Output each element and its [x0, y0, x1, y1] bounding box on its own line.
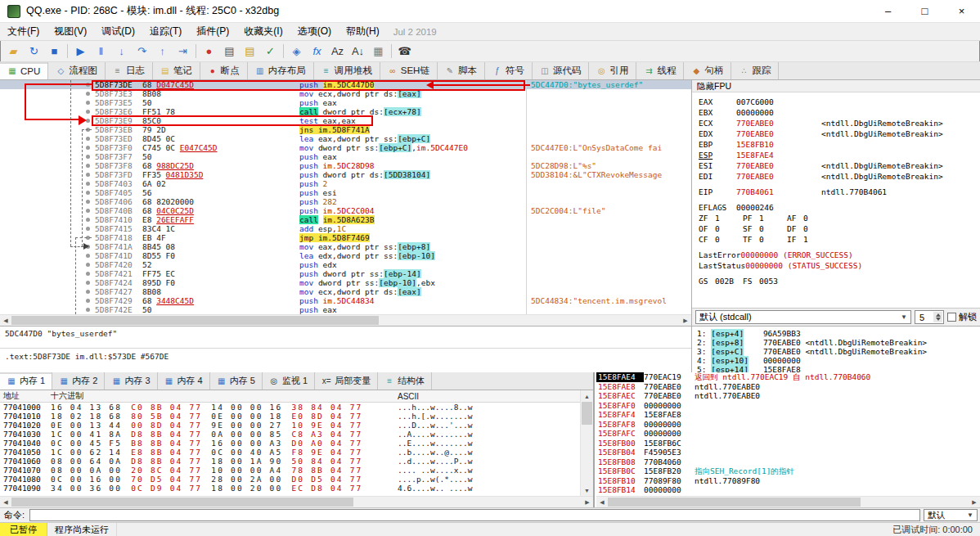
register-row[interactable]: EDI770EABE0<ntdll.DbgUiRemoteBreakin>: [699, 171, 980, 182]
breakpoint-gutter[interactable]: [0, 179, 95, 188]
stack-arg-row[interactable]: 4: [esp+10] 00000000: [697, 356, 980, 365]
tab-trace[interactable]: ∴跟踪: [731, 62, 779, 79]
stack-row[interactable]: 15E8FAEC770EABE0ntdll.770EABE0: [596, 391, 980, 401]
menu-item[interactable]: 追踪(T): [142, 23, 189, 40]
memory-map-button[interactable]: ▤: [219, 43, 240, 61]
stack-row[interactable]: 15E8FB0015E8FB6C: [596, 439, 980, 448]
stack-row[interactable]: 15E8FB1077089F80ntdll.77089F80: [596, 476, 980, 486]
stack-row[interactable]: 15E8FAE4770EAC19返回到 ntdll.770EAC19 自 ntd…: [596, 372, 980, 382]
notes-button[interactable]: ▤: [240, 43, 260, 61]
disassembly-pane[interactable]: 5D8F73DE68 D047C45Dpush im.5DC447D05DC44…: [0, 80, 691, 314]
stack-row[interactable]: 15E8FB1400000000: [596, 485, 980, 495]
step-out-button[interactable]: ↑: [152, 43, 173, 61]
scroll-thumb[interactable]: [11, 498, 353, 507]
stack-row[interactable]: 15E8FB08770B4060: [596, 457, 980, 467]
breakpoint-gutter[interactable]: [0, 80, 95, 89]
disasm-row[interactable]: 5D8F74278B08mov ecx,dword ptr ds:[eax]: [0, 287, 691, 296]
column-header-address[interactable]: 地址: [0, 390, 51, 402]
stack-args-pane[interactable]: 1: [esp+4] 96A59BB32: [esp+8] 770EABE0 <…: [691, 326, 980, 372]
tab-breakpoints[interactable]: ●断点: [200, 62, 248, 79]
menu-item[interactable]: 帮助(H): [339, 23, 387, 40]
spinner-arrows-icon[interactable]: [933, 312, 942, 322]
breakpoint-gutter[interactable]: [0, 143, 95, 152]
close-button[interactable]: ×: [943, 0, 980, 22]
stop-button[interactable]: ■: [44, 43, 65, 61]
column-header-hex[interactable]: 十六进制: [51, 390, 398, 402]
register-row[interactable]: EFLAGS00000246: [699, 202, 980, 213]
scroll-left-icon[interactable]: ◀: [0, 497, 11, 507]
menu-item[interactable]: 收藏夹(I): [236, 23, 290, 40]
menu-item[interactable]: 选项(O): [290, 23, 339, 40]
dump-vscrollbar[interactable]: ▲ ▼: [580, 390, 593, 496]
scroll-right-icon[interactable]: ▶: [969, 497, 980, 507]
dump-row[interactable]: 770410200E 00 13 4400 8D 04 779E 00 00 2…: [0, 421, 593, 430]
disasm-row[interactable]: 5D8F74036A 02push 2: [0, 179, 691, 188]
stack-row[interactable]: 15E8FAE8770EABE0ntdll.770EABE0: [596, 382, 980, 392]
breakpoint-gutter[interactable]: [0, 161, 95, 170]
dump-row[interactable]: 770410501C 00 62 14E8 8B 04 770C 00 40 A…: [0, 448, 593, 457]
stack-pane[interactable]: 15E8FAE4770EAC19返回到 ntdll.770EAC19 自 ntd…: [596, 372, 980, 507]
hide-fpu-button[interactable]: 隐藏FPU: [692, 80, 980, 92]
restart-button[interactable]: ↻: [24, 43, 44, 61]
scroll-right-icon[interactable]: ▶: [680, 315, 691, 326]
scroll-left-icon[interactable]: ◀: [0, 315, 11, 326]
dump-row[interactable]: 7704100016 04 13 68C0 8B 04 7714 00 00 1…: [0, 403, 593, 412]
patch-button[interactable]: ▦: [368, 43, 389, 61]
tab-threads[interactable]: ⇉线程: [636, 62, 684, 79]
breakpoint-gutter[interactable]: [0, 125, 95, 134]
tab-seh[interactable]: ∞SEH链: [380, 62, 438, 79]
menu-item[interactable]: 调试(D): [94, 23, 142, 40]
disasm-row[interactable]: 5D8F73E550push eax: [0, 98, 691, 107]
scroll-thumb[interactable]: [608, 498, 861, 507]
disasm-row[interactable]: 5D8F73E38B08mov ecx,dword ptr ds:[eax]: [0, 89, 691, 98]
tab-memory-2[interactable]: ▦内存 2: [52, 372, 105, 390]
tab-locals[interactable]: x=局部变量: [315, 372, 378, 390]
scroll-down-icon[interactable]: ▼: [581, 484, 593, 496]
strings-button[interactable]: Az: [327, 43, 348, 61]
breakpoint-gutter[interactable]: [0, 134, 95, 143]
register-row[interactable]: ECX770EABE0<ntdll.DbgUiRemoteBreakin>: [699, 118, 980, 128]
tab-symbols[interactable]: ƒ符号: [485, 62, 533, 79]
breakpoint-gutter[interactable]: [0, 278, 95, 287]
disasm-row[interactable]: 5D8F73E985C0test eax,eax: [0, 116, 691, 125]
dump-pane[interactable]: ▦内存 1▦内存 2▦内存 3▦内存 4▦内存 5◎监视 1x=局部变量≡结构体…: [0, 372, 595, 507]
breakpoint-gutter[interactable]: [0, 224, 95, 233]
breakpoint-gutter[interactable]: [0, 152, 95, 161]
breakpoint-button[interactable]: ●: [199, 43, 219, 61]
calling-convention-select[interactable]: 默认 (stdcall) ▼: [695, 310, 911, 324]
tab-log[interactable]: ≡日志: [106, 62, 153, 79]
disasm-row[interactable]: 5D8F742052push edx: [0, 260, 691, 269]
disasm-row[interactable]: 5D8F73FDFF35 0481D35Dpush dword ptr ds:[…: [0, 170, 691, 179]
register-row[interactable]: EBX00000000: [699, 107, 980, 118]
stack-arg-row[interactable]: 3: [esp+C] 770EABE0 <ntdll.DbgUiRemoteBr…: [697, 347, 980, 356]
menu-item[interactable]: 文件(F): [0, 23, 47, 40]
disasm-row[interactable]: 5D8F741D8D55 F0lea edx,dword ptr ss:[ebp…: [0, 251, 691, 260]
scroll-track[interactable]: [11, 315, 680, 326]
dump-row[interactable]: 7704107008 00 0A 0020 8C 04 7710 00 00 A…: [0, 466, 593, 475]
arg-count-spinner[interactable]: 5: [915, 310, 944, 324]
stack-row[interactable]: 15E8FB0C15E8FB20指向SEH_Record[1]的指针: [596, 466, 980, 476]
breakpoint-gutter[interactable]: [0, 242, 95, 251]
scroll-right-icon[interactable]: ▶: [582, 497, 593, 507]
disasm-row[interactable]: 5D8F73DE68 D047C45Dpush im.5DC447D05DC44…: [0, 80, 691, 89]
stack-row[interactable]: 15E8FAFC00000000: [596, 429, 980, 439]
scroll-thumb[interactable]: [582, 402, 592, 425]
pause-button[interactable]: ‖: [91, 43, 111, 61]
disasm-row[interactable]: 5D8F7410E8 26EEFAFFcall im.5D8A623B: [0, 215, 691, 224]
dump-row[interactable]: 7704106008 00 64 0AD8 8B 04 7718 00 1A 9…: [0, 457, 593, 466]
register-row[interactable]: OF0SF0DF0: [699, 223, 980, 234]
breakpoint-gutter[interactable]: [0, 170, 95, 179]
register-row[interactable]: CF0TF0IF1: [699, 234, 980, 245]
disasm-row[interactable]: 5D8F740556push esi: [0, 188, 691, 197]
disasm-row[interactable]: 5D8F7421FF75 ECpush dword ptr ss:[ebp-14…: [0, 269, 691, 278]
tab-script[interactable]: ✎脚本: [438, 62, 485, 79]
menu-item[interactable]: 视图(V): [47, 23, 94, 40]
dump-row[interactable]: 7704101018 02 18 6880 5B 04 770E 00 00 1…: [0, 412, 593, 421]
tab-notes[interactable]: ▤笔记: [153, 62, 200, 79]
register-row[interactable]: EDX770EABE0<ntdll.DbgUiRemoteBreakin>: [699, 128, 980, 139]
dump-row[interactable]: 770410800C 00 16 0070 D5 04 7728 00 2A 0…: [0, 475, 593, 484]
scroll-left-icon[interactable]: ◀: [596, 497, 608, 507]
tab-source[interactable]: ◫源代码: [533, 62, 590, 79]
command-script-select[interactable]: 默认 ▼: [924, 509, 978, 521]
breakpoint-gutter[interactable]: [0, 251, 95, 260]
